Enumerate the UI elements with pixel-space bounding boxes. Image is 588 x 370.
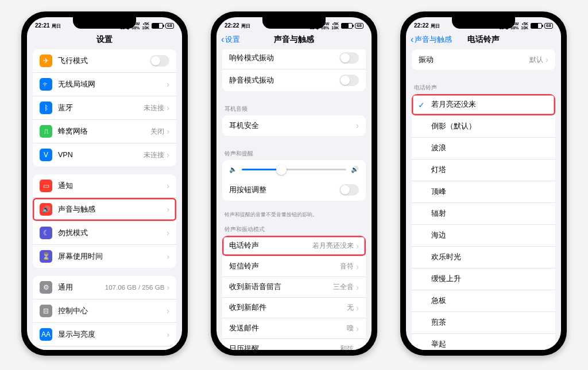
chevron-right-icon: › bbox=[167, 252, 169, 261]
pattern-row[interactable]: 日历提醒和弦› bbox=[222, 339, 366, 350]
page-title: 电话铃声 bbox=[467, 34, 500, 44]
ringtone-content[interactable]: 振动默认›电话铃声✓若月亮还没来倒影（默认）波浪灯塔顶峰辐射海边欢乐时光缓慢上升… bbox=[406, 49, 561, 350]
settings-row-display[interactable]: AA显示与亮度› bbox=[33, 323, 176, 346]
pattern-row[interactable]: 收到新语音留言三全音› bbox=[222, 277, 366, 298]
toggle[interactable] bbox=[150, 55, 169, 67]
settings-row-vpn[interactable]: VVPN未连接› bbox=[33, 143, 176, 166]
ringtone-label: 欢乐时光 bbox=[431, 252, 548, 262]
phone-frame-3: 22:22 周日 2123Ah 31℃ 0W 68% •5K 10K 68 bbox=[400, 11, 567, 356]
general-icon: ⚙ bbox=[40, 281, 52, 294]
settings-row-airplane[interactable]: ✈飞行模式 bbox=[33, 49, 176, 73]
ringtone-row[interactable]: 海边 bbox=[412, 225, 555, 247]
dnd-icon: ☾ bbox=[40, 227, 52, 239]
phone-frame-2: 22:22 周日 2123Ah 31℃ 0W 68% •5K 10K 68 bbox=[211, 11, 377, 356]
back-button[interactable]: ‹ 设置 bbox=[221, 34, 240, 45]
notch bbox=[73, 17, 136, 29]
pattern-row[interactable]: 短信铃声音符› bbox=[222, 256, 366, 277]
row-value: 107.06 GB / 256 GB bbox=[105, 284, 165, 291]
change-with-buttons-row[interactable]: 用按钮调整 bbox=[222, 179, 366, 201]
pattern-row[interactable]: 发送邮件嗖› bbox=[222, 318, 366, 339]
sounds-icon: 🔊 bbox=[40, 203, 52, 216]
back-label: 声音与触感 bbox=[415, 34, 452, 45]
settings-row-wifi[interactable]: ᯤ无线局域网› bbox=[33, 73, 176, 96]
row-label: 耳机安全 bbox=[229, 121, 356, 131]
battery-label: 68 bbox=[544, 23, 553, 29]
ringtone-row[interactable]: 倒影（默认） bbox=[412, 116, 555, 138]
chevron-right-icon: › bbox=[167, 306, 169, 316]
section-footer-ringer: 铃声和提醒的音量不受音量按钮的影响。 bbox=[216, 209, 372, 220]
nav-bar: ‹ 声音与触感 电话铃声 bbox=[406, 31, 561, 49]
row-value: 关闭 bbox=[150, 127, 164, 136]
chevron-right-icon: › bbox=[356, 345, 359, 350]
chevron-left-icon: ‹ bbox=[411, 35, 413, 44]
settings-row-general[interactable]: ⚙通用107.06 GB / 256 GB› bbox=[33, 276, 176, 299]
status-day: 周日 bbox=[52, 23, 61, 29]
ringtone-row[interactable]: 煎茶 bbox=[412, 312, 555, 334]
vibrate-row[interactable]: 响铃模式振动 bbox=[222, 49, 366, 69]
row-value: 未连接 bbox=[144, 104, 164, 112]
row-value: 嗖 bbox=[347, 324, 354, 333]
pattern-row[interactable]: 收到新邮件无› bbox=[222, 298, 366, 318]
row-label: 通用 bbox=[58, 283, 105, 293]
settings-row-screentime[interactable]: ⏳屏幕使用时间› bbox=[33, 245, 176, 268]
chevron-right-icon: › bbox=[167, 181, 169, 190]
section-header-ringer: 铃声和提醒 bbox=[216, 144, 372, 160]
display-icon: AA bbox=[40, 328, 52, 341]
section-header-headphone: 耳机音频 bbox=[216, 99, 372, 115]
volume-low-icon: 🔈 bbox=[229, 166, 237, 173]
vibration-row[interactable]: 振动默认› bbox=[412, 49, 555, 70]
sounds-content[interactable]: 响铃模式振动静音模式振动耳机音频耳机安全›铃声和提醒🔈🔊用按钮调整铃声和提醒的音… bbox=[216, 49, 372, 350]
row-value: 三全音 bbox=[333, 283, 354, 291]
row-label: 振动 bbox=[419, 55, 529, 65]
back-button[interactable]: ‹ 声音与触感 bbox=[411, 34, 452, 45]
ringtone-row[interactable]: 急板 bbox=[412, 290, 555, 312]
screen-3: 22:22 周日 2123Ah 31℃ 0W 68% •5K 10K 68 bbox=[406, 17, 561, 350]
battery-label: 68 bbox=[355, 23, 363, 29]
ringtone-row[interactable]: 灯塔 bbox=[412, 159, 555, 181]
ringtone-row[interactable]: 举起 bbox=[412, 334, 555, 350]
ringtone-row[interactable]: ✓若月亮还没来 bbox=[412, 94, 555, 116]
ringtone-row[interactable]: 欢乐时光 bbox=[412, 247, 555, 268]
page-title: 声音与触感 bbox=[274, 34, 314, 44]
settings-row-home[interactable]: ▦主屏幕› bbox=[33, 346, 176, 350]
toggle[interactable] bbox=[339, 75, 359, 86]
ringtone-row[interactable]: 顶峰 bbox=[412, 181, 555, 203]
row-label: 蓝牙 bbox=[58, 103, 144, 113]
chevron-right-icon: › bbox=[356, 242, 359, 251]
row-label: 收到新语音留言 bbox=[229, 282, 333, 292]
settings-row-notifications[interactable]: ▭通知› bbox=[33, 174, 176, 198]
row-label: 电话铃声 bbox=[229, 241, 312, 251]
vibrate-row[interactable]: 静音模式振动 bbox=[222, 69, 366, 91]
row-label: 飞行模式 bbox=[58, 56, 150, 66]
chevron-right-icon: › bbox=[167, 283, 169, 292]
settings-row-control[interactable]: ⊟控制中心› bbox=[33, 299, 176, 323]
settings-row-cellular[interactable]: ⎍蜂窝网络关闭› bbox=[33, 120, 176, 143]
row-label: VPN bbox=[58, 151, 144, 159]
chevron-right-icon: › bbox=[167, 80, 169, 89]
row-label: 用按钮调整 bbox=[229, 185, 339, 195]
ringer-volume-slider[interactable]: 🔈🔊 bbox=[222, 160, 366, 179]
notch bbox=[452, 17, 515, 29]
chevron-left-icon: ‹ bbox=[221, 35, 224, 44]
row-label: 响铃模式振动 bbox=[229, 53, 339, 63]
nav-bar: ‹ 设置 声音与触感 bbox=[216, 31, 372, 49]
toggle[interactable] bbox=[339, 184, 359, 196]
chevron-right-icon: › bbox=[356, 303, 359, 313]
toggle[interactable] bbox=[339, 52, 359, 64]
settings-row-bluetooth[interactable]: ᛒ蓝牙未连接› bbox=[33, 96, 176, 120]
headphone-safety-row[interactable]: 耳机安全› bbox=[222, 115, 366, 136]
status-time: 22:22 bbox=[414, 22, 429, 29]
row-label: 通知 bbox=[58, 181, 167, 191]
ringtone-row[interactable]: 缓慢上升 bbox=[412, 268, 555, 290]
settings-row-dnd[interactable]: ☾勿扰模式› bbox=[33, 221, 176, 245]
settings-group: ▭通知›🔊声音与触感›☾勿扰模式›⏳屏幕使用时间› bbox=[33, 174, 176, 268]
settings-row-sounds[interactable]: 🔊声音与触感› bbox=[33, 198, 176, 221]
ringtone-label: 煎茶 bbox=[431, 318, 548, 328]
pattern-row[interactable]: 电话铃声若月亮还没来› bbox=[222, 236, 366, 256]
battery-label: 68 bbox=[165, 23, 174, 29]
chevron-right-icon: › bbox=[167, 150, 169, 159]
screentime-icon: ⏳ bbox=[40, 250, 52, 263]
settings-content[interactable]: ✈飞行模式ᯤ无线局域网›ᛒ蓝牙未连接›⎍蜂窝网络关闭›VVPN未连接›▭通知›🔊… bbox=[27, 49, 182, 350]
ringtone-row[interactable]: 辐射 bbox=[412, 203, 555, 225]
ringtone-row[interactable]: 波浪 bbox=[412, 138, 555, 159]
